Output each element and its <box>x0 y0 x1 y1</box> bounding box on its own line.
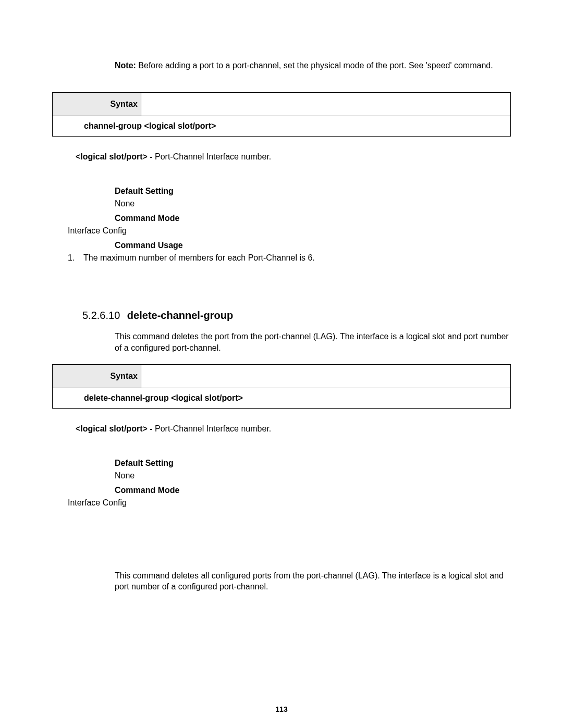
syntax-box-1: Syntax channel-group <logical slot/port> <box>52 92 511 137</box>
syntax-body: channel-group <logical slot/port> <box>53 116 510 136</box>
syntax-label: Syntax <box>111 100 138 109</box>
usage-item: 1. The maximum number of members for eac… <box>68 253 511 263</box>
section-number: 5.2.6.10 <box>82 310 120 321</box>
syntax-header: Syntax <box>53 93 510 116</box>
syntax-body: delete-channel-group <logical slot/port> <box>53 388 510 408</box>
note-text: Before adding a port to a port-channel, … <box>136 61 493 70</box>
param-desc: Port-Channel Interface number. <box>155 424 271 433</box>
default-setting-label-2: Default Setting <box>115 459 511 468</box>
syntax-header: Syntax <box>53 365 510 388</box>
section-description: This command deletes the port from the p… <box>115 331 511 353</box>
param-line-2: <logical slot/port> - Port-Channel Inter… <box>76 424 511 434</box>
page-number: 113 <box>0 705 563 713</box>
syntax-label-cell: Syntax <box>53 365 141 388</box>
command-usage-label: Command Usage <box>115 241 511 250</box>
command-mode-value: Interface Config <box>68 226 511 236</box>
command-usage-list: 1. The maximum number of members for eac… <box>68 253 511 263</box>
section-title: delete-channel-group <box>127 310 233 321</box>
section-heading: 5.2.6.10 delete-channel-group <box>82 310 511 322</box>
default-setting-value-2: None <box>115 471 511 480</box>
syntax-label: Syntax <box>111 372 138 381</box>
param-desc: Port-Channel Interface number. <box>155 152 271 161</box>
note-block: Note: Before adding a port to a port-cha… <box>115 60 511 71</box>
usage-text: The maximum number of members for each P… <box>83 253 315 263</box>
param-name: <logical slot/port> - <box>76 152 155 161</box>
syntax-label-cell: Syntax <box>53 93 141 116</box>
command-mode-label: Command Mode <box>115 214 511 223</box>
note-label: Note: <box>115 61 136 70</box>
closing-paragraph: This command deletes all configured port… <box>115 570 511 593</box>
usage-number: 1. <box>68 253 83 263</box>
param-name: <logical slot/port> - <box>76 424 155 433</box>
command-mode-label-2: Command Mode <box>115 486 511 495</box>
default-setting-label: Default Setting <box>115 187 511 196</box>
default-setting-value: None <box>115 199 511 208</box>
command-mode-value-2: Interface Config <box>68 498 511 508</box>
param-line-1: <logical slot/port> - Port-Channel Inter… <box>76 152 511 162</box>
syntax-box-2: Syntax delete-channel-group <logical slo… <box>52 364 511 409</box>
